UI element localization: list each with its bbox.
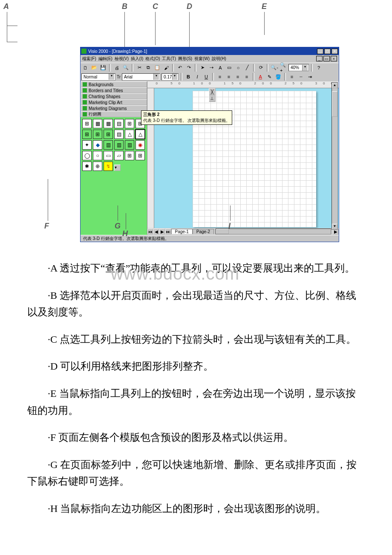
stencil-shape[interactable]: △ xyxy=(125,130,134,139)
stencil-header[interactable]: Marketing Diagrams xyxy=(81,105,147,111)
menu-item[interactable]: 格式(O) xyxy=(145,56,160,61)
stencil-shape[interactable]: ◯ xyxy=(82,151,92,160)
mdi-minimize-button[interactable]: _ xyxy=(316,56,323,61)
stencil-shape[interactable]: ▦ xyxy=(93,119,102,128)
menu-item[interactable]: 編輯(E) xyxy=(98,56,112,61)
menu-item[interactable]: 檔案(F) xyxy=(82,56,96,61)
italic-icon[interactable]: I xyxy=(193,73,201,81)
underline-icon[interactable]: U xyxy=(202,73,210,81)
help-icon[interactable]: ? xyxy=(315,64,323,72)
vscroll-down-icon[interactable]: ▼ xyxy=(332,224,337,229)
vscrollbar[interactable]: ▲ ▼ xyxy=(331,82,338,230)
stencil-shape[interactable]: ⊞ xyxy=(82,130,92,139)
stencil-shape[interactable]: ⊞ xyxy=(82,119,92,128)
close-button[interactable]: × xyxy=(331,49,338,54)
menu-item[interactable]: 圖形(S) xyxy=(178,56,192,61)
flyout-item[interactable]: ╳ xyxy=(209,89,215,95)
stencil-shape[interactable]: ▥ xyxy=(114,140,124,150)
paste-icon[interactable]: 📋 xyxy=(153,64,161,72)
stencil-shape[interactable]: ▥ xyxy=(104,140,113,150)
style-combo[interactable]: Normal▾ xyxy=(81,73,115,81)
redo-icon[interactable]: ↷ xyxy=(185,64,193,72)
line-weight-icon[interactable]: ≡ xyxy=(288,73,296,81)
mdi-restore-button[interactable]: ▭ xyxy=(323,56,330,61)
stencil-header[interactable]: Charting Shapes xyxy=(81,93,147,99)
minimize-button[interactable]: _ xyxy=(317,49,323,54)
rotate-icon[interactable]: ⟳ xyxy=(257,64,265,72)
stencil-shape[interactable]: ⊞ xyxy=(135,151,145,160)
font-color-icon[interactable]: A xyxy=(257,73,264,81)
flyout-item[interactable]: ⊥ xyxy=(209,95,215,101)
cut-icon[interactable]: ✂ xyxy=(135,64,143,72)
hscroll-thumb[interactable] xyxy=(216,229,229,234)
stencil-shape[interactable]: ⊞ xyxy=(125,119,134,128)
stencil-header[interactable]: Borders and Titles xyxy=(81,87,147,93)
align-right-icon[interactable]: ≡ xyxy=(234,73,242,81)
undo-icon[interactable]: ↶ xyxy=(176,64,184,72)
rect-icon[interactable]: ▭ xyxy=(225,64,233,72)
tab-nav-first-icon[interactable]: ⏮ xyxy=(147,228,153,234)
print-icon[interactable]: 🖨 xyxy=(113,64,121,72)
pointer-icon[interactable]: ➤ xyxy=(199,64,206,72)
zoom-out-icon[interactable]: 🔍- xyxy=(271,64,278,72)
stencil-shape[interactable]: ⊞ xyxy=(104,130,113,139)
zoom-in-icon[interactable]: 🔍+ xyxy=(280,64,287,72)
stencil-shape[interactable]: ▦ xyxy=(104,119,113,128)
maximize-button[interactable]: □ xyxy=(324,49,331,54)
stencil-header[interactable]: Backgrounds xyxy=(81,81,147,87)
stencil-shape[interactable]: ⊞ xyxy=(93,130,102,139)
stencil-header[interactable]: 行銷圖 xyxy=(81,111,147,117)
save-icon[interactable]: 💾 xyxy=(99,64,107,72)
menu-item[interactable]: 工具(T) xyxy=(162,56,176,61)
line-color-icon[interactable]: ✎ xyxy=(265,73,273,81)
vscroll-up-icon[interactable]: ▲ xyxy=(332,83,337,88)
stencil-header[interactable]: Marketing Clip Art xyxy=(81,99,147,105)
ellipse-icon[interactable]: ○ xyxy=(234,64,242,72)
align-center-icon[interactable]: ≡ xyxy=(225,73,233,81)
open-icon[interactable]: 📂 xyxy=(90,64,98,72)
stencil-shape[interactable]: ▭ xyxy=(104,151,113,160)
stencil-shape[interactable]: ⊕ xyxy=(93,162,102,171)
stencil-shape[interactable]: ✱ xyxy=(82,162,92,171)
canvas[interactable]: ╳ ⊥ xyxy=(154,88,339,228)
fill-color-icon[interactable]: 🪣 xyxy=(274,73,282,81)
stencil-shape[interactable]: ○ xyxy=(93,151,102,160)
stencil-shape[interactable]: ↯ xyxy=(104,162,113,171)
text-icon[interactable]: A xyxy=(216,64,224,72)
menu-item[interactable]: 視窗(W) xyxy=(194,56,210,61)
line-pattern-icon[interactable]: ┈ xyxy=(297,73,305,81)
new-icon[interactable]: 🗋 xyxy=(81,64,89,72)
align-left-icon[interactable]: ≡ xyxy=(216,73,224,81)
size-combo[interactable]: 0.17▾ xyxy=(161,73,179,81)
page-tab[interactable]: Page-2 xyxy=(193,229,214,234)
tool-flyout[interactable]: ╳ ⊥ xyxy=(209,88,216,102)
hscrollbar[interactable] xyxy=(216,228,331,234)
copy-icon[interactable]: ⧉ xyxy=(144,64,152,72)
menu-item[interactable]: 插入(I) xyxy=(131,56,143,61)
preview-icon[interactable]: 🔍 xyxy=(122,64,130,72)
format-painter-icon[interactable]: 🖌 xyxy=(162,64,170,72)
stencil-shape[interactable]: ▤ xyxy=(114,130,124,139)
tab-nav-last-icon[interactable]: ⏭ xyxy=(165,228,171,234)
connector-icon[interactable]: ⇢ xyxy=(208,64,215,72)
stencil-shape-selected[interactable]: △ xyxy=(135,130,145,139)
bold-icon[interactable]: B xyxy=(184,73,192,81)
tab-nav-prev-icon[interactable]: ◀ xyxy=(153,228,159,234)
vscroll-thumb[interactable] xyxy=(332,91,337,117)
menu-item[interactable]: 說明(H) xyxy=(212,56,226,61)
stencil-shape[interactable]: ◆ xyxy=(93,140,102,150)
line-ends-icon[interactable]: ⇥ xyxy=(306,73,314,81)
line-icon[interactable]: ╱ xyxy=(243,64,251,72)
font-combo[interactable]: Arial▾ xyxy=(122,73,160,81)
stencil-shape[interactable]: ◉ xyxy=(135,140,145,150)
tab-nav-next-icon[interactable]: ▶ xyxy=(159,228,165,234)
align-justify-icon[interactable]: ≡ xyxy=(243,73,251,81)
zoom-combo[interactable]: 40%▾ xyxy=(288,64,309,71)
stencil-shape[interactable]: ▥ xyxy=(125,140,134,150)
stencil-shape[interactable]: ▱ xyxy=(114,151,124,160)
page-tab[interactable]: Page-1 xyxy=(171,229,193,234)
stencil-shape[interactable]: ✦ xyxy=(82,140,92,150)
stencil-shape[interactable]: ▤ xyxy=(114,119,124,128)
mdi-close-button[interactable]: × xyxy=(331,56,337,61)
menu-item[interactable]: 檢視(V) xyxy=(115,56,129,61)
